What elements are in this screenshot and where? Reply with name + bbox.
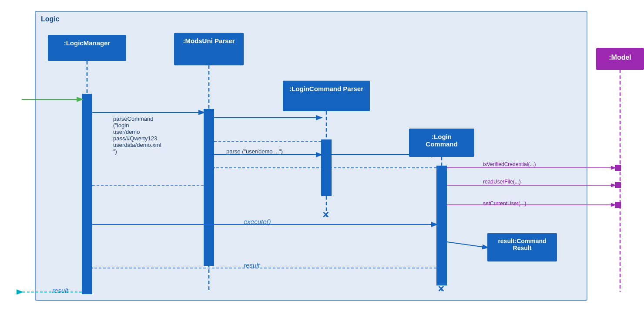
activation-logic-manager bbox=[82, 94, 92, 294]
diagram-svg: ✕ ✕ bbox=[13, 4, 631, 305]
activation-mods-uni-parser bbox=[204, 109, 214, 266]
model-activation-3 bbox=[615, 202, 621, 208]
x-mark-login-command: ✕ bbox=[437, 284, 445, 294]
model-activation-2 bbox=[615, 182, 621, 188]
diagram-container: Logic :LogicManager :ModsUni Parser :Log… bbox=[13, 4, 631, 305]
x-mark-login-parser: ✕ bbox=[322, 210, 329, 220]
model-activation-1 bbox=[615, 165, 621, 171]
arrow-to-result-box bbox=[447, 242, 487, 248]
activation-login-command bbox=[436, 166, 447, 285]
